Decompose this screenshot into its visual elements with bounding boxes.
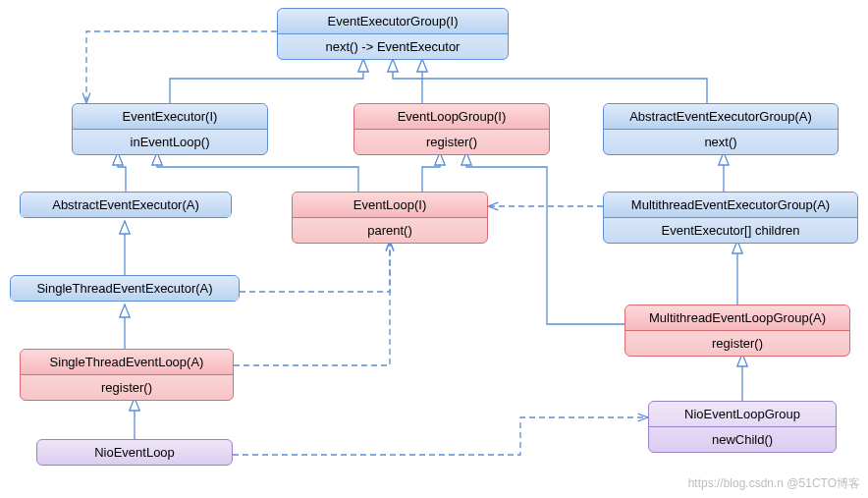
watermark-text: https://blog.csdn.n @51CTO博客 (688, 475, 860, 492)
class-name: NioEventLoopGroup (649, 402, 836, 427)
class-name: MultithreadEventLoopGroup(A) (625, 305, 849, 331)
class-name: EventLoop(I) (293, 193, 487, 218)
class-member: parent() (293, 218, 487, 243)
class-member: EventExecutor[] children (604, 218, 857, 243)
class-member: newChild() (649, 427, 836, 452)
class-name: SingleThreadEventLoop(A) (21, 350, 233, 375)
class-member: next() -> EventExecutor (278, 34, 508, 59)
class-member: register() (21, 375, 233, 400)
class-box-aeeg: AbstractEventExecutorGroup(A)next() (603, 103, 839, 155)
class-name: NioEventLoop (37, 440, 232, 465)
class-member: inEventLoop() (73, 130, 267, 154)
class-box-melg: MultithreadEventLoopGroup(A)register() (624, 304, 850, 357)
class-name: SingleThreadEventExecutor(A) (11, 276, 239, 301)
class-box-stee: SingleThreadEventExecutor(A) (10, 275, 240, 302)
class-box-elg: EventLoopGroup(I)register() (353, 103, 550, 155)
class-member: next() (604, 130, 838, 154)
class-box-aee: AbstractEventExecutor(A) (20, 192, 232, 218)
class-box-el: EventLoop(I)parent() (292, 192, 488, 244)
class-box-eeg: EventExecutorGroup(I)next() -> EventExec… (277, 8, 509, 60)
class-box-nel: NioEventLoop (36, 439, 233, 466)
class-name: MultithreadEventExecutorGroup(A) (604, 193, 857, 218)
class-name: EventExecutor(I) (73, 104, 267, 130)
class-name: EventExecutorGroup(I) (278, 9, 508, 34)
class-member: register() (354, 130, 549, 154)
class-box-ee: EventExecutor(I)inEventLoop() (72, 103, 268, 155)
class-member: register() (625, 331, 849, 356)
class-box-stel: SingleThreadEventLoop(A)register() (20, 349, 234, 401)
class-name: AbstractEventExecutorGroup(A) (604, 104, 838, 130)
class-box-meeg: MultithreadEventExecutorGroup(A)EventExe… (603, 192, 858, 244)
class-name: EventLoopGroup(I) (354, 104, 549, 130)
class-box-nelg: NioEventLoopGroupnewChild() (648, 401, 837, 453)
class-name: AbstractEventExecutor(A) (21, 193, 231, 217)
